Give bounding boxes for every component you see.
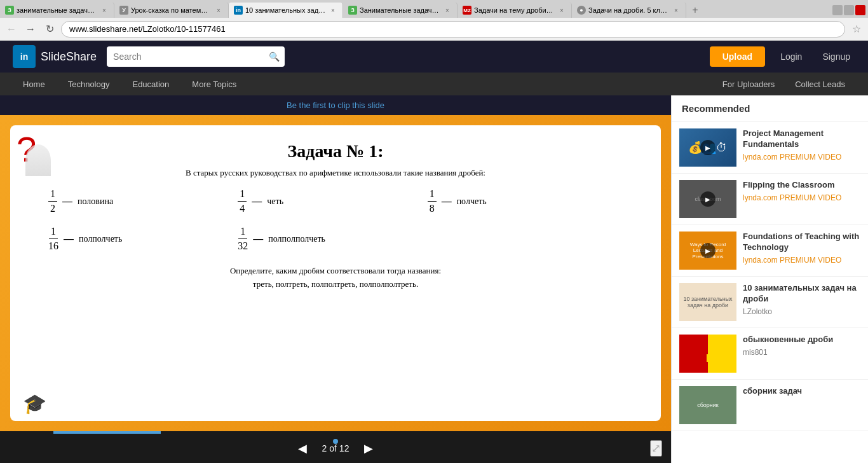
tab-5[interactable]: MZ Задачи на тему дроби м... × [458,3,572,18]
tab-1-close[interactable]: × [100,6,109,15]
slide-white-box: ? Задача № 1: В старых русских руководст… [10,125,661,421]
reload-button[interactable]: ↻ [42,22,57,37]
brand-name: SlideShare [41,50,97,64]
tab-2-title: Урок-сказка по математик... [131,6,212,14]
nav-collect-leads[interactable]: Collect Leads [785,79,855,89]
tab-3-title: 10 занимательных задач... [245,6,326,14]
rec-title-3: 10 занимательных задач на дроби [743,283,860,305]
rec-item-3[interactable]: 10 занимательных задач на дроби 10 заним… [672,277,868,328]
rec-info-2: Foundations of Teaching with Technology … [743,232,860,270]
rec-item-4[interactable]: обыкновенные дроби mis801 [672,328,868,380]
slide-counter: 2 of 12 [315,443,357,453]
fraction-label-3: полполчеть [79,234,122,244]
tab-4[interactable]: З Занимательные задачи н... × [343,3,458,18]
search-icon: 🔍 [269,52,280,62]
tab-1-favicon: З [5,6,14,15]
tab-2[interactable]: У Урок-сказка по математик... × [114,3,229,18]
maximize-button[interactable] [844,5,854,15]
slide-current: 2 [322,443,327,453]
fraction-1: 1 4 [238,188,247,214]
tab-2-close[interactable]: × [214,6,223,15]
secondary-navbar: Home Technology Education More Topics Fo… [0,73,868,95]
nav-technology[interactable]: Technology [58,73,120,95]
logo-text: in [20,52,28,62]
nav-home[interactable]: Home [13,73,55,95]
rec-title-4: обыкновенные дроби [743,335,860,345]
bookmark-button[interactable]: ☆ [849,22,864,37]
logo-wrapper[interactable]: in SlideShare [13,45,97,68]
secondary-nav-right: For Uploaders Collect Leads [712,79,855,89]
tab-4-title: Занимательные задачи н... [360,6,440,14]
signup-link[interactable]: Signup [817,52,855,62]
slide-area: Be the first to clip this slide ? Задача… [0,95,671,463]
nav-education[interactable]: Education [122,73,179,95]
tab-6[interactable]: ● Задачи на дроби. 5 клас... × [572,3,686,18]
slide-total: 12 [339,443,349,453]
slide-container: ? Задача № 1: В старых русских руководст… [0,115,671,463]
window-controls [704,3,868,18]
figure-icon [25,144,51,176]
login-link[interactable]: Login [775,52,807,62]
slide-question: Определите, каким дробям соответствовали… [29,265,642,291]
minimize-button[interactable] [832,5,843,15]
rec-author-3: LZolotko [743,307,860,316]
clip-bar: Be the first to clip this slide [0,95,671,115]
upload-button[interactable]: Upload [710,46,765,67]
forward-button[interactable]: → [23,22,38,37]
fraction-label-1: четь [267,197,283,207]
next-slide-button[interactable]: ▶ [356,436,381,460]
rec-thumb-5: сборник [679,386,736,424]
fraction-label-2: полчеть [457,197,487,207]
main-navbar: in SlideShare 🔍 Upload Login Signup [0,41,868,73]
search-wrapper: 🔍 [107,46,285,67]
tab-5-close[interactable]: × [557,6,566,15]
tab-3[interactable]: in 10 занимательных задач... × [229,3,343,18]
nav-for-uploaders[interactable]: For Uploaders [712,79,785,89]
fraction-dash-1: — [252,196,262,207]
rec-item-1[interactable]: classroom ▶ Flipping the Classroom lynda… [672,174,868,225]
play-icon-2: ▶ [700,243,715,258]
slide-content: ? Задача № 1: В старых русских руководст… [0,115,671,431]
tab-1-title: занимательные задачи н... [17,6,97,14]
fraction-label-4: полполполчеть [268,234,325,244]
rec-title-5: сборник задач [743,386,860,397]
tab-1[interactable]: З занимательные задачи н... × [0,3,114,18]
fraction-item-0: 1 2 — половина [48,188,238,214]
fraction-label-0: половина [78,197,113,207]
rec-info-0: Project Management Fundamentals lynda.co… [743,128,860,167]
new-tab-button[interactable]: + [686,3,704,18]
rec-thumb-4 [679,335,736,373]
rec-item-2[interactable]: Ways to Record Lectures and Presentation… [672,225,868,277]
slide-of: of [329,443,339,453]
rec-title-2: Foundations of Teaching with Technology [743,232,860,253]
play-icon-1: ▶ [700,191,715,207]
fullscreen-button[interactable]: ⤢ [650,440,662,457]
fraction-item-3: 1 16 — полполчеть [48,226,238,252]
tab-bar: З занимательные задачи н... × У Урок-ска… [0,0,868,18]
tab-6-close[interactable]: × [672,6,681,15]
tab-3-close[interactable]: × [329,6,337,15]
tab-5-favicon: MZ [463,6,471,15]
rec-item-0[interactable]: 💰👥⏱ ▶ Project Management Fundamentals ly… [672,122,868,174]
rec-item-5[interactable]: сборник сборник задач [672,380,868,431]
rec-title-0: Project Management Fundamentals [743,128,860,150]
search-input[interactable] [107,46,285,67]
tab-6-title: Задачи на дроби. 5 клас... [588,6,669,14]
fraction-0: 1 2 [48,188,57,214]
back-button[interactable]: ← [4,22,19,37]
address-bar-row: ← → ↻ ☆ [0,18,868,41]
rec-info-4: обыкновенные дроби mis801 [743,335,860,373]
rec-info-5: сборник задач [743,386,860,424]
fractions-container: 1 2 — половина 1 4 [48,188,623,252]
prev-slide-button[interactable]: ◀ [290,436,315,460]
close-button[interactable] [855,5,865,15]
rec-thumb-2: Ways to Record Lectures and Presentation… [679,232,736,270]
clip-link[interactable]: Be the first to clip this slide [287,100,384,110]
rec-subtitle-0: lynda.com PREMIUM VIDEO [743,153,860,162]
nav-more-topics[interactable]: More Topics [182,73,247,95]
fraction-3: 1 16 [48,226,58,252]
tab-4-close[interactable]: × [443,6,452,15]
address-input[interactable] [61,21,845,38]
rec-info-3: 10 занимательных задач на дроби LZolotko [743,283,860,321]
fraction-dash-4: — [253,233,263,245]
